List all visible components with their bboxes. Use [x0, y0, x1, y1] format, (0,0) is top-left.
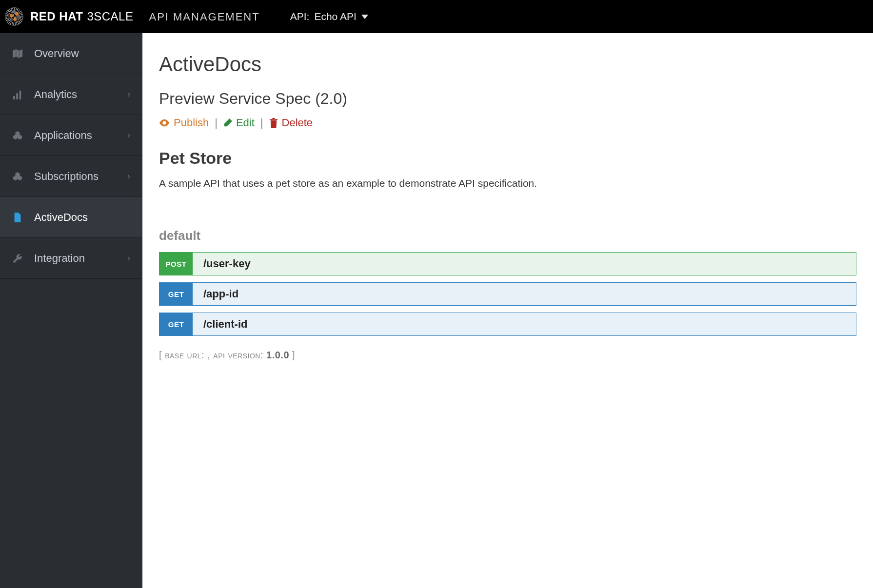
pencil-icon — [223, 118, 232, 127]
api-title: Pet Store — [159, 149, 856, 168]
sidebar-item-analytics[interactable]: Analytics › — [0, 74, 142, 115]
api-description: A sample API that uses a pet store as an… — [159, 177, 856, 189]
tag-header: default — [159, 228, 856, 243]
operation-path: /app-id — [193, 288, 238, 300]
chevron-right-icon: › — [127, 130, 130, 140]
sidebar-item-label: Overview — [34, 47, 130, 60]
wrench-icon — [12, 253, 23, 264]
edit-button[interactable]: Edit — [223, 117, 255, 129]
spec-footer: [ base url: , api version: 1.0.0 ] — [159, 350, 856, 361]
page-subtitle: Preview Service Spec (2.0) — [159, 90, 856, 108]
action-row: Publish | Edit | Delete — [159, 117, 856, 129]
http-method-badge: POST — [159, 253, 193, 275]
sidebar-item-overview[interactable]: Overview — [0, 33, 142, 74]
separator: , — [207, 350, 213, 360]
operation-path: /client-id — [193, 318, 247, 331]
separator: | — [215, 117, 218, 129]
sidebar-item-applications[interactable]: Applications › — [0, 115, 142, 156]
trash-icon — [269, 118, 278, 128]
brand-logo-icon — [5, 7, 23, 26]
chevron-right-icon: › — [127, 171, 130, 181]
sidebar-item-subscriptions[interactable]: Subscriptions › — [0, 156, 142, 197]
publish-button[interactable]: Publish — [159, 117, 209, 129]
sidebar-item-label: Applications — [34, 129, 117, 142]
brand-text: RED HAT 3SCALE API MANAGEMENT — [30, 10, 260, 23]
operation-row[interactable]: GET /client-id — [159, 313, 856, 336]
main-content: ActiveDocs Preview Service Spec (2.0) Pu… — [142, 33, 873, 588]
operation-row[interactable]: GET /app-id — [159, 282, 856, 306]
version-value: 1.0.0 — [266, 350, 289, 360]
eye-icon — [159, 119, 170, 127]
bracket: ] — [292, 350, 295, 360]
brand-sub: API MANAGEMENT — [149, 11, 259, 23]
page-title: ActiveDocs — [159, 53, 856, 76]
delete-label: Delete — [282, 117, 313, 129]
cubes-icon — [12, 172, 23, 181]
doc-icon — [12, 212, 23, 223]
sidebar: Overview Analytics › Applications › Subs… — [0, 33, 142, 588]
api-selector-prefix: API: — [290, 11, 310, 22]
delete-button[interactable]: Delete — [269, 117, 313, 129]
version-label: api version — [213, 350, 260, 360]
http-method-badge: GET — [159, 283, 193, 305]
map-icon — [12, 49, 23, 59]
topbar: RED HAT 3SCALE API MANAGEMENT API: Echo … — [0, 0, 873, 33]
separator: | — [260, 117, 263, 129]
brand-main: RED HAT — [30, 10, 83, 23]
brand-block: RED HAT 3SCALE API MANAGEMENT — [5, 7, 260, 26]
sidebar-item-label: Subscriptions — [34, 170, 117, 183]
api-selector[interactable]: API: Echo API — [290, 11, 368, 22]
chevron-down-icon — [361, 15, 368, 19]
chevron-right-icon: › — [127, 253, 130, 263]
sidebar-item-activedocs[interactable]: ActiveDocs — [0, 197, 142, 238]
brand-reg: 3SCALE — [87, 10, 133, 23]
sidebar-item-integration[interactable]: Integration › — [0, 238, 142, 279]
api-selector-value: Echo API — [314, 11, 356, 22]
http-method-badge: GET — [159, 313, 193, 335]
publish-label: Publish — [174, 117, 209, 129]
chevron-right-icon: › — [127, 89, 130, 99]
sidebar-item-label: Analytics — [34, 88, 117, 101]
edit-label: Edit — [236, 117, 255, 129]
base-url-label: base url — [165, 350, 201, 360]
operation-row[interactable]: POST /user-key — [159, 252, 856, 275]
operation-path: /user-key — [193, 257, 251, 270]
sidebar-item-label: Integration — [34, 252, 117, 265]
bars-icon — [12, 90, 23, 99]
cubes-icon — [12, 131, 23, 140]
bracket: [ — [159, 350, 162, 360]
sidebar-item-label: ActiveDocs — [34, 211, 130, 224]
